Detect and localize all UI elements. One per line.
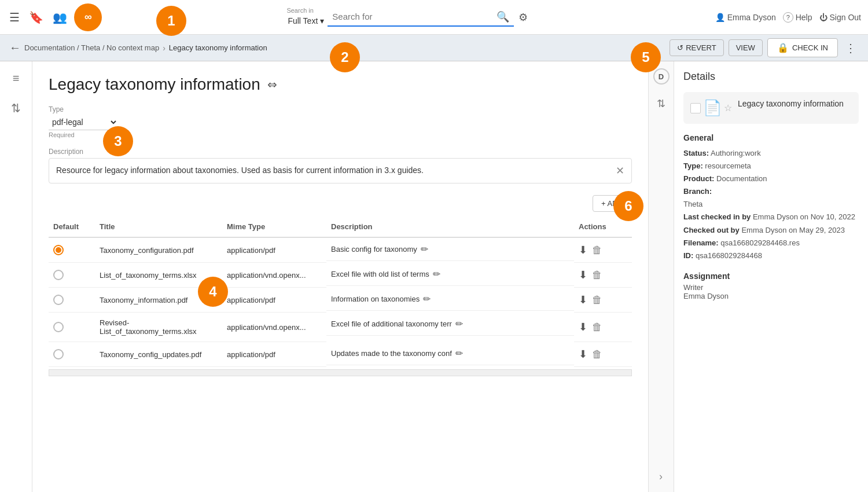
details-panel-title: Details bbox=[683, 71, 859, 83]
mime-cell: application/pdf bbox=[222, 237, 326, 263]
filter-icon[interactable]: ⚙ bbox=[518, 11, 528, 24]
status-value: Authoring:work bbox=[711, 149, 761, 157]
add-button[interactable]: + ADD bbox=[593, 195, 632, 212]
list-icon[interactable]: ⇅ bbox=[653, 94, 669, 113]
search-type-dropdown[interactable]: Full Text ▾ bbox=[286, 14, 325, 28]
revert-button[interactable]: ↺ REVERT bbox=[670, 39, 724, 56]
card-icon-wrap: 📄 ☆ bbox=[690, 99, 732, 117]
card-title: Legacy taxonomy information bbox=[738, 99, 844, 108]
breadcrumb-bar: ← Documentation / Theta / No context map… bbox=[0, 35, 868, 61]
help-button[interactable]: ? Help bbox=[783, 12, 812, 23]
bookmark-icon[interactable]: 🔖 bbox=[27, 8, 46, 27]
back-button[interactable]: ← bbox=[9, 41, 21, 54]
id-label: ID: bbox=[683, 251, 693, 260]
card-checkbox[interactable] bbox=[690, 103, 701, 113]
col-header-title: Title bbox=[95, 216, 222, 237]
title-cell: Revised-List_of_taxonomy_terms.xlsx bbox=[95, 313, 222, 342]
edit-icon[interactable]: ✏ bbox=[455, 348, 463, 359]
details-tab-icon[interactable]: D bbox=[653, 68, 670, 85]
radio-button[interactable] bbox=[53, 349, 64, 359]
resize-icon[interactable]: ⇔ bbox=[267, 78, 277, 91]
title-cell: Taxonomy_configuration.pdf bbox=[95, 237, 222, 263]
delete-icon[interactable]: 🗑 bbox=[592, 269, 602, 281]
type-dropdown[interactable]: pdf-legal bbox=[49, 115, 118, 130]
users-icon[interactable]: 👥 bbox=[50, 8, 69, 27]
last-checked-value: Emma Dyson on Nov 10, 2022 bbox=[753, 212, 855, 221]
search-icon[interactable]: 🔍 bbox=[496, 10, 509, 23]
radio-button[interactable] bbox=[53, 245, 64, 255]
checkin-button[interactable]: 🔒 CHECK IN bbox=[767, 38, 838, 57]
search-label-group: Search in Full Text ▾ bbox=[286, 7, 325, 28]
product-value: Documentation bbox=[716, 174, 767, 183]
radio-button[interactable] bbox=[53, 322, 64, 332]
filename-line: Filename: qsa1668029284468.res bbox=[683, 237, 859, 249]
delete-icon[interactable]: 🗑 bbox=[592, 244, 602, 256]
edit-icon[interactable]: ✏ bbox=[421, 244, 428, 255]
table-body: Taxonomy_configuration.pdfapplication/pd… bbox=[49, 237, 632, 367]
checked-out-line: Checked out by Emma Dyson on May 29, 202… bbox=[683, 224, 859, 237]
files-table-wrap: Default Title Mime Type Description Acti… bbox=[49, 216, 632, 376]
delete-icon[interactable]: 🗑 bbox=[592, 294, 602, 306]
table-row: Taxonomy_configuration.pdfapplication/pd… bbox=[49, 237, 632, 263]
delete-icon[interactable]: 🗑 bbox=[592, 348, 602, 360]
chevron-down-icon: ▾ bbox=[320, 16, 324, 25]
filename-label: Filename: bbox=[683, 238, 719, 247]
desc-cell: Excel file with old list of terms ✏ bbox=[326, 263, 574, 286]
delete-icon[interactable]: 🗑 bbox=[592, 321, 602, 333]
desc-cell: Excel file of additional taxonomy terr ✏ bbox=[326, 313, 574, 336]
mime-cell: application/vnd.openx... bbox=[222, 313, 326, 342]
horizontal-scrollbar[interactable] bbox=[49, 369, 632, 376]
actions-cell: ⬇🗑 bbox=[574, 288, 632, 313]
download-icon[interactable]: ⬇ bbox=[579, 294, 587, 306]
title-cell: Taxonomy_config_updates.pdf bbox=[95, 342, 222, 367]
sign-out-label: Sign Out bbox=[830, 13, 861, 22]
desc-cell: Updates made to the taxonomy conf ✏ bbox=[326, 342, 574, 365]
radio-button[interactable] bbox=[53, 295, 64, 305]
menu-icon[interactable]: ☰ bbox=[7, 8, 22, 27]
table-row: Taxonomy_config_updates.pdfapplication/p… bbox=[49, 342, 632, 367]
default-cell bbox=[49, 288, 95, 313]
filename-value: qsa1668029284468.res bbox=[720, 238, 800, 247]
assignment-section: Assignment Writer Emma Dyson bbox=[683, 271, 859, 300]
writer-label: Writer bbox=[683, 283, 859, 292]
sign-out-button[interactable]: ⏻ Sign Out bbox=[819, 13, 861, 22]
search-area: Search in Full Text ▾ 🔍 ⚙ bbox=[111, 7, 704, 28]
branch-line: Branch: bbox=[683, 185, 859, 198]
branch-label: Branch: bbox=[683, 187, 712, 196]
breadcrumb-actions: ↺ REVERT VIEW 🔒 CHECK IN ⋮ bbox=[670, 38, 859, 57]
radio-button[interactable] bbox=[53, 270, 64, 280]
edit-icon[interactable]: ✏ bbox=[433, 269, 440, 280]
desc-text: Resource for legacy information about ta… bbox=[56, 164, 616, 177]
view-button[interactable]: VIEW bbox=[729, 39, 763, 56]
actions-cell: ⬇🗑 bbox=[574, 237, 632, 263]
general-section: General Status: Authoring:work Type: res… bbox=[683, 133, 859, 262]
download-icon[interactable]: ⬇ bbox=[579, 348, 587, 360]
desc-cell: Basic config for taxonomy ✏ bbox=[326, 238, 574, 261]
download-icon[interactable]: ⬇ bbox=[579, 244, 587, 256]
edit-icon[interactable]: ✏ bbox=[455, 318, 463, 329]
breadcrumb-path: Documentation / Theta / No context map bbox=[24, 43, 159, 52]
user-icon: 👤 bbox=[715, 13, 725, 22]
col-header-default: Default bbox=[49, 216, 95, 237]
right-panel-wrapper: D ⇅ Details 📄 ☆ Legacy taxonomy informat… bbox=[648, 61, 868, 492]
sidebar-icon-1[interactable]: ≡ bbox=[9, 68, 23, 89]
default-cell bbox=[49, 263, 95, 288]
sidebar-icon-2[interactable]: ⇅ bbox=[8, 98, 24, 119]
more-options-button[interactable]: ⋮ bbox=[843, 39, 859, 57]
writer-name: Emma Dyson bbox=[683, 292, 859, 300]
title-cell: List_of_taxonomy_terms.xlsx bbox=[95, 263, 222, 288]
view-label: VIEW bbox=[736, 43, 755, 52]
table-row: Taxonomy_information.pdfapplication/pdfI… bbox=[49, 288, 632, 313]
edit-icon[interactable]: ✏ bbox=[423, 293, 431, 304]
actions-cell: ⬇🗑 bbox=[574, 263, 632, 288]
col-header-desc: Description bbox=[326, 216, 574, 237]
col-header-mime: Mime Type bbox=[222, 216, 326, 237]
actions-cell: ⬇🗑 bbox=[574, 313, 632, 342]
desc-close-button[interactable]: ✕ bbox=[616, 164, 624, 177]
col-header-actions: Actions bbox=[574, 216, 632, 237]
search-input[interactable] bbox=[332, 12, 494, 21]
download-icon[interactable]: ⬇ bbox=[579, 321, 587, 333]
user-info[interactable]: 👤 Emma Dyson bbox=[715, 13, 776, 22]
download-icon[interactable]: ⬇ bbox=[579, 269, 587, 281]
star-icon[interactable]: ☆ bbox=[724, 102, 732, 113]
